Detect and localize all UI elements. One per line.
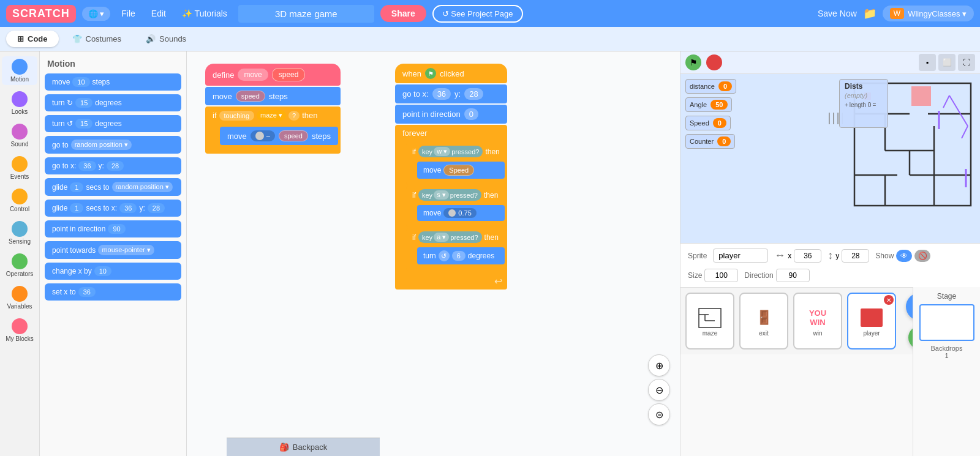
costumes-tab[interactable]: 👕 Costumes: [61, 31, 133, 47]
stage-area: ⚑ ▪ ⬜ ⛶ distance 0 Angle 50 Speed: [680, 51, 980, 456]
normal-stage-button[interactable]: ⬜: [938, 54, 956, 71]
size-input[interactable]: [704, 269, 738, 282]
block-point-towards-dropdown[interactable]: mouse-pointer ▾: [98, 245, 154, 255]
small-stage-button[interactable]: ▪: [919, 54, 936, 71]
block-glide-xy[interactable]: glide 1 secs to x: 36 y: 28: [45, 200, 181, 217]
scripts-area[interactable]: define move speed move speed steps if to…: [187, 51, 680, 456]
sprite-thumb-win[interactable]: YOU WIN win: [793, 293, 842, 349]
point-dir-block[interactable]: point in direction 0: [395, 105, 507, 124]
category-control[interactable]: Control: [2, 186, 37, 215]
category-variables[interactable]: Variables: [2, 283, 37, 312]
move-speed-block2[interactable]: move Speed: [417, 162, 505, 179]
sprite-thumb-maze[interactable]: maze: [685, 293, 734, 349]
zoom-reset-button[interactable]: ⊜: [648, 403, 670, 425]
block-set-x-val[interactable]: 36: [78, 287, 96, 297]
scripts-canvas[interactable]: define move speed move speed steps if to…: [187, 51, 680, 456]
sprite-thumb-player[interactable]: ✕ player: [847, 293, 896, 349]
block-glide-val[interactable]: 1: [70, 182, 83, 192]
move-speed-block[interactable]: move speed steps: [205, 87, 341, 105]
project-name-input[interactable]: [238, 5, 374, 23]
if-w-block[interactable]: if key w ▾ pressed? then move Speed: [406, 143, 506, 185]
folder-icon[interactable]: 📁: [863, 7, 876, 20]
share-button[interactable]: Share: [380, 5, 426, 22]
category-operators[interactable]: Operators: [2, 251, 37, 280]
backpack-bar[interactable]: 🎒 Backpack: [227, 438, 380, 456]
block-goto-dropdown[interactable]: random position ▾: [71, 140, 132, 150]
stage-panel: Stage Backdrops 1: [913, 287, 980, 456]
list-plus[interactable]: +: [845, 102, 848, 108]
block-glide2-x[interactable]: 36: [119, 203, 137, 213]
category-myblocks[interactable]: My Blocks: [2, 316, 37, 345]
block-turn-left-val[interactable]: 15: [75, 119, 92, 129]
file-menu[interactable]: File: [116, 9, 140, 18]
direction-input[interactable]: [776, 269, 810, 282]
block-turn-right-val[interactable]: 15: [75, 98, 92, 108]
block-change-x[interactable]: change x by 10: [45, 263, 181, 280]
green-flag-button[interactable]: ⚑: [685, 54, 701, 70]
sprite-x-input[interactable]: [794, 249, 821, 263]
tutorials-link[interactable]: ✨ Tutorials: [177, 9, 232, 18]
if-s-block[interactable]: if key s ▾ pressed? then move 0.75: [406, 186, 506, 227]
turn-left-block[interactable]: turn ↺ 6 degrees: [417, 247, 505, 264]
category-motion[interactable]: Motion: [2, 56, 37, 85]
block-turn-left[interactable]: turn ↺ 15 degrees: [45, 115, 181, 132]
category-sensing[interactable]: Sensing: [2, 219, 37, 247]
block-goto-random[interactable]: go to random position ▾: [45, 136, 181, 154]
block-glide-random[interactable]: glide 1 secs to random position ▾: [45, 178, 181, 196]
block-change-x-val[interactable]: 10: [94, 266, 111, 276]
zoom-in-button[interactable]: ⊕: [648, 354, 670, 376]
sprite-thumb-exit[interactable]: 🚪 exit: [739, 293, 788, 349]
exit-preview: 🚪: [748, 305, 779, 330]
show-visible-button[interactable]: 👁: [896, 250, 912, 262]
show-hidden-button[interactable]: 🚫: [914, 250, 930, 262]
block-move-steps[interactable]: move 10 steps: [45, 73, 181, 91]
add-sprite-button[interactable]: 🐱: [906, 293, 913, 321]
sprite-y-input[interactable]: [842, 249, 869, 263]
define-label: define: [213, 70, 234, 80]
zoom-out-button[interactable]: ⊖: [648, 379, 670, 401]
add-stage-button[interactable]: +: [908, 326, 913, 349]
block-point-dir-val[interactable]: 90: [108, 224, 125, 234]
fullscreen-button[interactable]: ⛶: [958, 54, 975, 71]
see-project-button[interactable]: ↺ See Project Page: [432, 5, 523, 23]
stage-mini-thumb[interactable]: [919, 304, 974, 341]
when-flag-group[interactable]: when ⚑ clicked go to x: 36 y: 28 point i…: [395, 64, 507, 290]
save-now-button[interactable]: Save Now: [818, 9, 857, 18]
block-point-towards[interactable]: point towards mouse-pointer ▾: [45, 241, 181, 259]
delete-player-button[interactable]: ✕: [884, 295, 894, 305]
block-turn-right[interactable]: turn ↻ 15 degrees: [45, 94, 181, 111]
sensing-dot: [12, 221, 28, 237]
red-stop-button[interactable]: [706, 54, 722, 70]
block-move-val[interactable]: 10: [72, 77, 89, 87]
block-glide-dropdown[interactable]: random position ▾: [112, 182, 173, 192]
block-goto-y-val[interactable]: 28: [107, 161, 124, 171]
category-events[interactable]: Events: [2, 154, 37, 182]
category-looks[interactable]: Looks: [2, 89, 37, 118]
sounds-tab[interactable]: 🔊 Sounds: [135, 31, 197, 47]
edit-menu[interactable]: Edit: [146, 9, 171, 18]
if-bottom: [205, 148, 341, 154]
globe-button[interactable]: 🌐 ▾: [82, 7, 111, 21]
block-set-x[interactable]: set x to 36: [45, 283, 181, 301]
if-a-block[interactable]: if key a ▾ pressed? then turn ↺ 6 degree…: [406, 228, 506, 271]
block-glide2-y[interactable]: 28: [148, 203, 165, 213]
block-goto-x-val[interactable]: 36: [78, 161, 96, 171]
define-hat-block[interactable]: define move speed: [205, 64, 341, 86]
block-point-dir[interactable]: point in direction 90: [45, 220, 181, 237]
maze-dropdown[interactable]: maze ▾: [257, 110, 286, 121]
inner-move-block[interactable]: move – speed steps: [220, 127, 338, 145]
backdrops-count: 1: [944, 352, 948, 359]
block-glide2-val[interactable]: 1: [70, 203, 83, 213]
block-goto-xy[interactable]: go to x: 36 y: 28: [45, 157, 181, 174]
category-sound[interactable]: Sound: [2, 121, 37, 150]
code-tab[interactable]: ⊞ Code: [6, 31, 59, 47]
move-neg-block[interactable]: move 0.75: [417, 205, 505, 221]
user-menu[interactable]: W WlingyClasses ▾: [883, 6, 974, 21]
when-flag-block[interactable]: when ⚑ clicked: [395, 64, 507, 83]
forever-block[interactable]: forever if key w ▾ pressed? then mo: [395, 125, 507, 290]
goto-xy-block[interactable]: go to x: 36 y: 28: [395, 84, 507, 103]
if-touching-block[interactable]: if touching maze ▾ ? then move – speed s…: [205, 107, 341, 154]
stage-canvas[interactable]: distance 0 Angle 50 Speed 0 Counter 0 Di…: [680, 74, 980, 243]
sprite-name-input[interactable]: [713, 249, 768, 263]
define-block-group[interactable]: define move speed move speed steps if to…: [205, 64, 341, 155]
